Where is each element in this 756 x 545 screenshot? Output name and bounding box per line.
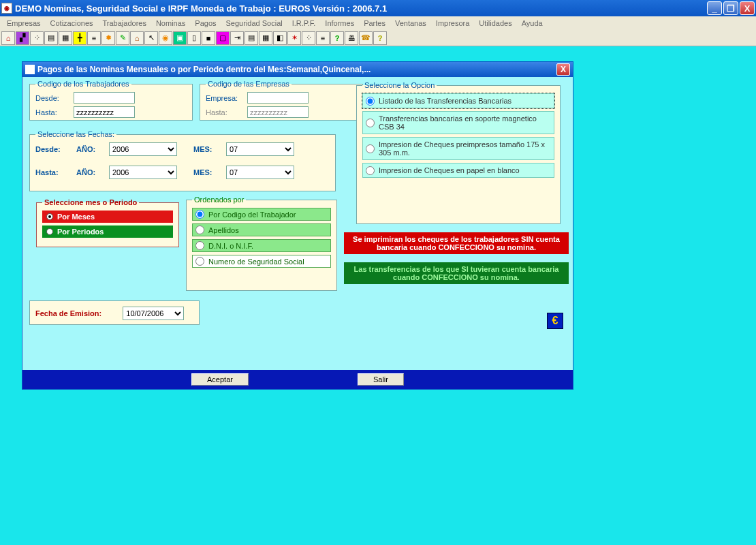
menu-nominas[interactable]: Nominas — [152, 18, 189, 29]
ano-hasta-select[interactable]: 2006 — [109, 166, 177, 179]
close-button[interactable]: X — [740, 1, 755, 15]
euro-icon[interactable]: € — [547, 313, 563, 329]
toolbar-btn-4[interactable]: ▤ — [44, 31, 58, 45]
orden-opt-codigo[interactable]: Por Codigo del Trabajador — [192, 208, 331, 221]
opcion-legend: Seleccione la Opcion — [362, 81, 437, 89]
warning-red-banner: Se imprimiran los cheques de los trabaja… — [344, 232, 569, 254]
mes-periodo-group: Seleccione mes o Periodo Por Meses Por P… — [36, 198, 179, 247]
radio-icon[interactable] — [195, 241, 204, 250]
app-title: DEMO Nominas, Seguridad Social e IRPF Mo… — [15, 3, 387, 14]
orden-legend: Ordenados por — [192, 196, 246, 204]
mes-desde-select[interactable]: 07 — [226, 142, 294, 156]
menu-utilidades[interactable]: Utilidades — [475, 18, 516, 29]
toolbar-btn-14[interactable]: ▯ — [187, 31, 201, 45]
dialog-body: Codigo de los Trabajadores Desde: Hasta:… — [22, 77, 573, 370]
toolbar-btn-23[interactable]: ≡ — [316, 31, 330, 45]
toolbar-btn-2[interactable]: ▞ — [16, 31, 29, 45]
opcion-csb34[interactable]: Transferencias bancarias en soporte magn… — [362, 111, 554, 134]
pagos-dialog: Pagos de las Nominas Mensuales o por Per… — [22, 61, 573, 390]
toolbar-btn-27[interactable]: ? — [373, 31, 387, 45]
menu-ayuda[interactable]: Ayuda — [518, 18, 547, 29]
radio-icon[interactable] — [195, 210, 204, 219]
toolbar-btn-17[interactable]: ⇥ — [230, 31, 244, 45]
empresas-legend: Codigo de las Empresas — [206, 80, 292, 88]
trab-hasta-input[interactable] — [74, 106, 135, 118]
toolbar-btn-15[interactable]: ■ — [202, 31, 215, 45]
toolbar-btn-19[interactable]: ▦ — [259, 31, 272, 45]
radio-icon[interactable] — [366, 97, 375, 106]
ordenados-group: Ordenados por Por Codigo del Trabajador … — [186, 196, 337, 291]
radio-icon[interactable] — [366, 166, 375, 175]
salir-button[interactable]: Salir — [358, 373, 404, 386]
toolbar-btn-10[interactable]: ⌂ — [130, 31, 144, 45]
aceptar-button[interactable]: Aceptar — [191, 373, 249, 386]
toolbar-btn-3[interactable]: ⁘ — [30, 31, 44, 45]
toolbar: ⌂ ▞ ⁘ ▤ ▦ ╋ ≡ ✹ ✎ ⌂ ↖ ◉ ▣ ▯ ■ ▢ ⇥ ▤ ▦ ◧ … — [0, 30, 756, 46]
toolbar-btn-22[interactable]: ⁘ — [302, 31, 315, 45]
menu-impresora[interactable]: Impresora — [432, 18, 474, 29]
toolbar-btn-18[interactable]: ▤ — [245, 31, 258, 45]
menu-ventanas[interactable]: Ventanas — [391, 18, 430, 29]
emision-date-select[interactable]: 10/07/2006 — [123, 307, 184, 320]
orden-opt-nss[interactable]: Numero de Seguridad Social — [192, 255, 331, 268]
dialog-close-button[interactable]: X — [556, 63, 570, 76]
toolbar-btn-20[interactable]: ◧ — [273, 31, 287, 45]
opcion-cheques-preimp[interactable]: Impresion de Cheques preimpresos tamaño … — [362, 137, 554, 160]
toolbar-btn-16[interactable]: ▢ — [216, 31, 230, 45]
orden-opt-apellidos[interactable]: Apellidos — [192, 223, 331, 236]
menu-informes[interactable]: Informes — [321, 18, 358, 29]
radio-icon[interactable] — [195, 257, 204, 266]
restore-button[interactable]: ❐ — [723, 1, 738, 15]
toolbar-btn-9[interactable]: ✎ — [116, 31, 129, 45]
menu-trabajadores[interactable]: Trabajadores — [99, 18, 151, 29]
toolbar-btn-11[interactable]: ↖ — [144, 31, 158, 45]
toolbar-btn-7[interactable]: ≡ — [87, 31, 101, 45]
fechas-hasta-label: Hasta: — [35, 168, 68, 176]
menu-partes[interactable]: Partes — [360, 18, 390, 29]
por-meses-radio[interactable]: Por Meses — [42, 211, 173, 223]
orden-opt-dni[interactable]: D.N.I. o N.I.F. — [192, 239, 331, 252]
minimize-button[interactable]: _ — [707, 1, 722, 15]
toolbar-btn-1[interactable]: ⌂ — [1, 31, 15, 45]
opcion-cheques-blanco[interactable]: Impresion de Cheques en papel en blanco — [362, 163, 554, 178]
dialog-title: Pagos de las Nominas Mensuales o por Per… — [37, 65, 371, 74]
trabajadores-group: Codigo de los Trabajadores Desde: Hasta: — [29, 80, 193, 121]
toolbar-btn-26[interactable]: ☎ — [359, 31, 373, 45]
workspace: Pagos de las Nominas Mensuales o por Per… — [0, 46, 756, 545]
toolbar-btn-21[interactable]: ✶ — [287, 31, 301, 45]
menu-empresas[interactable]: Empresas — [3, 18, 45, 29]
info-green-banner: Las transferencias de los que SI tuviera… — [344, 262, 569, 284]
opcion-listado[interactable]: Listado de las Transferencias Bancarias — [362, 93, 554, 108]
menu-cotizaciones[interactable]: Cotizaciones — [46, 18, 97, 29]
toolbar-btn-8[interactable]: ✹ — [101, 31, 115, 45]
trabajadores-legend: Codigo de los Trabajadores — [35, 80, 131, 88]
opcion-group: Seleccione la Opcion Listado de las Tran… — [356, 81, 561, 224]
radio-icon[interactable] — [366, 119, 375, 127]
por-periodos-radio[interactable]: Por Periodos — [42, 225, 173, 238]
toolbar-btn-25[interactable]: 🖶 — [345, 31, 358, 45]
radio-icon[interactable] — [195, 225, 204, 234]
fechas-group: Seleccione las Fechas: Desde: AÑO: 2006 … — [29, 130, 336, 191]
ano-desde-select[interactable]: 2006 — [109, 142, 177, 156]
toolbar-btn-12[interactable]: ◉ — [159, 31, 172, 45]
app-icon: ◉ — [1, 3, 12, 14]
dialog-footer: Aceptar Salir — [22, 370, 573, 389]
mes-hasta-select[interactable]: 07 — [226, 166, 294, 179]
toolbar-btn-6[interactable]: ╋ — [73, 31, 86, 45]
por-periodos-label: Por Periodos — [57, 228, 104, 236]
por-meses-label: Por Meses — [57, 213, 95, 221]
fechas-ano2-label: AÑO: — [76, 168, 101, 176]
trab-desde-input[interactable] — [74, 92, 135, 104]
menu-pagos[interactable]: Pagos — [191, 18, 220, 29]
emp-empresa-label: Empresa: — [206, 94, 243, 102]
emision-label: Fecha de Emision: — [35, 309, 101, 317]
toolbar-btn-13[interactable]: ▣ — [173, 31, 187, 45]
emp-empresa-input[interactable] — [247, 92, 309, 104]
menu-irpf[interactable]: I.R.P.F. — [288, 18, 320, 29]
fechas-mes-label: MES: — [193, 145, 218, 153]
toolbar-btn-24[interactable]: ? — [330, 31, 344, 45]
radio-icon[interactable] — [366, 144, 375, 153]
menu-seguridad[interactable]: Seguridad Social — [222, 18, 287, 29]
emp-hasta-input[interactable] — [247, 106, 309, 118]
toolbar-btn-5[interactable]: ▦ — [59, 31, 72, 45]
